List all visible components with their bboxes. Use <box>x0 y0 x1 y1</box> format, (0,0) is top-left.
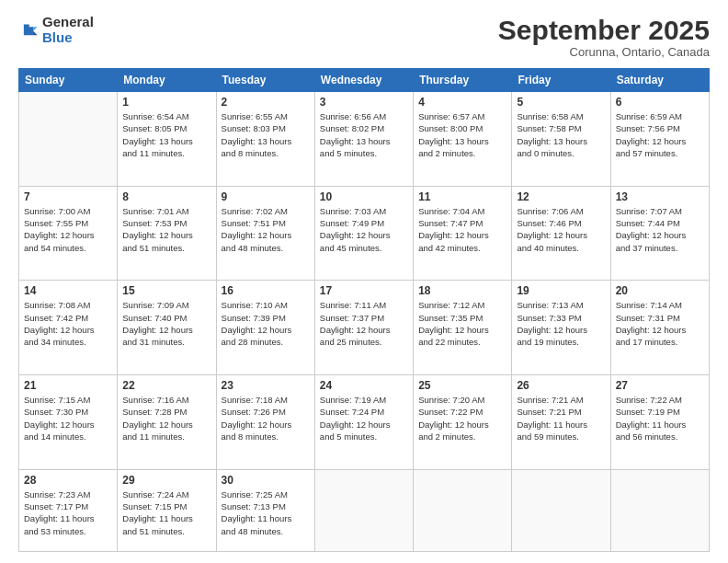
table-cell: 21Sunrise: 7:15 AM Sunset: 7:30 PM Dayli… <box>19 375 118 470</box>
day-number: 21 <box>24 379 112 392</box>
table-cell: 4Sunrise: 6:57 AM Sunset: 8:00 PM Daylig… <box>414 92 512 187</box>
day-info: Sunrise: 7:16 AM Sunset: 7:28 PM Dayligh… <box>122 394 210 442</box>
table-cell: 20Sunrise: 7:14 AM Sunset: 7:31 PM Dayli… <box>610 281 709 375</box>
location: Corunna, Ontario, Canada <box>498 45 710 59</box>
day-info: Sunrise: 6:59 AM Sunset: 7:56 PM Dayligh… <box>616 110 704 159</box>
day-info: Sunrise: 7:20 AM Sunset: 7:22 PM Dayligh… <box>418 394 506 442</box>
table-cell <box>512 469 610 551</box>
day-info: Sunrise: 7:07 AM Sunset: 7:44 PM Dayligh… <box>616 205 704 254</box>
table-cell: 18Sunrise: 7:12 AM Sunset: 7:35 PM Dayli… <box>414 281 512 375</box>
day-info: Sunrise: 7:11 AM Sunset: 7:37 PM Dayligh… <box>320 299 408 348</box>
table-cell: 5Sunrise: 6:58 AM Sunset: 7:58 PM Daylig… <box>512 92 610 187</box>
day-info: Sunrise: 6:55 AM Sunset: 8:03 PM Dayligh… <box>222 110 310 159</box>
col-sunday: Sunday <box>19 69 118 92</box>
day-number: 6 <box>616 96 704 109</box>
table-cell: 11Sunrise: 7:04 AM Sunset: 7:47 PM Dayli… <box>414 186 512 281</box>
table-cell: 16Sunrise: 7:10 AM Sunset: 7:39 PM Dayli… <box>216 281 314 375</box>
day-number: 14 <box>24 284 112 297</box>
day-info: Sunrise: 6:54 AM Sunset: 8:05 PM Dayligh… <box>122 110 210 159</box>
day-number: 29 <box>122 474 210 487</box>
day-info: Sunrise: 7:01 AM Sunset: 7:53 PM Dayligh… <box>122 205 210 254</box>
day-info: Sunrise: 7:12 AM Sunset: 7:35 PM Dayligh… <box>418 299 506 348</box>
logo-text: General Blue <box>42 15 94 45</box>
day-number: 20 <box>616 284 704 297</box>
day-number: 13 <box>616 190 704 203</box>
day-info: Sunrise: 7:02 AM Sunset: 7:51 PM Dayligh… <box>222 205 310 254</box>
table-cell: 14Sunrise: 7:08 AM Sunset: 7:42 PM Dayli… <box>19 281 118 375</box>
table-cell: 10Sunrise: 7:03 AM Sunset: 7:49 PM Dayli… <box>314 186 413 281</box>
day-number: 4 <box>418 96 506 109</box>
table-cell: 28Sunrise: 7:23 AM Sunset: 7:17 PM Dayli… <box>19 469 118 551</box>
day-number: 5 <box>517 96 605 109</box>
day-number: 10 <box>320 190 408 203</box>
day-number: 7 <box>24 190 112 203</box>
day-number: 22 <box>122 379 210 392</box>
table-cell: 15Sunrise: 7:09 AM Sunset: 7:40 PM Dayli… <box>118 281 216 375</box>
day-info: Sunrise: 7:03 AM Sunset: 7:49 PM Dayligh… <box>320 205 408 254</box>
day-info: Sunrise: 6:56 AM Sunset: 8:02 PM Dayligh… <box>320 110 408 159</box>
table-cell: 22Sunrise: 7:16 AM Sunset: 7:28 PM Dayli… <box>118 375 216 470</box>
day-info: Sunrise: 7:09 AM Sunset: 7:40 PM Dayligh… <box>122 299 210 348</box>
table-cell: 17Sunrise: 7:11 AM Sunset: 7:37 PM Dayli… <box>314 281 413 375</box>
day-number: 23 <box>222 379 310 392</box>
header: General Blue September 2025 Corunna, Ont… <box>18 15 710 59</box>
day-info: Sunrise: 7:21 AM Sunset: 7:21 PM Dayligh… <box>517 394 605 442</box>
col-saturday: Saturday <box>610 69 709 92</box>
day-info: Sunrise: 7:18 AM Sunset: 7:26 PM Dayligh… <box>222 394 310 442</box>
day-number: 25 <box>418 379 506 392</box>
table-cell: 13Sunrise: 7:07 AM Sunset: 7:44 PM Dayli… <box>610 186 709 281</box>
day-number: 27 <box>616 379 704 392</box>
day-info: Sunrise: 7:19 AM Sunset: 7:24 PM Dayligh… <box>320 394 408 442</box>
page: General Blue September 2025 Corunna, Ont… <box>0 0 728 563</box>
col-thursday: Thursday <box>414 69 512 92</box>
table-cell: 27Sunrise: 7:22 AM Sunset: 7:19 PM Dayli… <box>610 375 709 470</box>
day-number: 17 <box>320 284 408 297</box>
table-cell <box>610 469 709 551</box>
table-cell: 30Sunrise: 7:25 AM Sunset: 7:13 PM Dayli… <box>216 469 314 551</box>
table-cell: 7Sunrise: 7:00 AM Sunset: 7:55 PM Daylig… <box>19 186 118 281</box>
table-cell: 24Sunrise: 7:19 AM Sunset: 7:24 PM Dayli… <box>314 375 413 470</box>
day-info: Sunrise: 7:13 AM Sunset: 7:33 PM Dayligh… <box>517 299 605 348</box>
col-tuesday: Tuesday <box>216 69 314 92</box>
table-cell: 6Sunrise: 6:59 AM Sunset: 7:56 PM Daylig… <box>610 92 709 187</box>
day-number: 2 <box>222 96 310 109</box>
svg-marker-0 <box>24 24 33 35</box>
day-number: 30 <box>222 474 310 487</box>
day-number: 16 <box>222 284 310 297</box>
day-info: Sunrise: 7:25 AM Sunset: 7:13 PM Dayligh… <box>222 488 310 537</box>
col-wednesday: Wednesday <box>314 69 413 92</box>
table-cell: 12Sunrise: 7:06 AM Sunset: 7:46 PM Dayli… <box>512 186 610 281</box>
col-friday: Friday <box>512 69 610 92</box>
table-cell: 2Sunrise: 6:55 AM Sunset: 8:03 PM Daylig… <box>216 92 314 187</box>
day-info: Sunrise: 7:22 AM Sunset: 7:19 PM Dayligh… <box>616 394 704 442</box>
day-info: Sunrise: 7:08 AM Sunset: 7:42 PM Dayligh… <box>24 299 112 348</box>
day-number: 24 <box>320 379 408 392</box>
day-number: 3 <box>320 96 408 109</box>
day-info: Sunrise: 7:00 AM Sunset: 7:55 PM Dayligh… <box>24 205 112 254</box>
day-info: Sunrise: 7:15 AM Sunset: 7:30 PM Dayligh… <box>24 394 112 442</box>
day-number: 1 <box>122 96 210 109</box>
day-info: Sunrise: 7:24 AM Sunset: 7:15 PM Dayligh… <box>122 488 210 537</box>
day-number: 8 <box>122 190 210 203</box>
table-cell: 23Sunrise: 7:18 AM Sunset: 7:26 PM Dayli… <box>216 375 314 470</box>
day-info: Sunrise: 7:06 AM Sunset: 7:46 PM Dayligh… <box>517 205 605 254</box>
logo-general: General <box>42 14 94 29</box>
table-cell: 25Sunrise: 7:20 AM Sunset: 7:22 PM Dayli… <box>414 375 512 470</box>
day-number: 26 <box>517 379 605 392</box>
day-number: 9 <box>222 190 310 203</box>
logo-blue: Blue <box>42 29 73 45</box>
table-cell: 29Sunrise: 7:24 AM Sunset: 7:15 PM Dayli… <box>118 469 216 551</box>
svg-marker-2 <box>33 30 37 34</box>
table-cell <box>414 469 512 551</box>
day-info: Sunrise: 7:14 AM Sunset: 7:31 PM Dayligh… <box>616 299 704 348</box>
day-number: 11 <box>418 190 506 203</box>
table-cell: 9Sunrise: 7:02 AM Sunset: 7:51 PM Daylig… <box>216 186 314 281</box>
calendar-table: Sunday Monday Tuesday Wednesday Thursday… <box>18 68 710 552</box>
table-cell: 1Sunrise: 6:54 AM Sunset: 8:05 PM Daylig… <box>118 92 216 187</box>
table-cell: 26Sunrise: 7:21 AM Sunset: 7:21 PM Dayli… <box>512 375 610 470</box>
day-number: 18 <box>418 284 506 297</box>
logo: General Blue <box>18 15 94 45</box>
day-number: 12 <box>517 190 605 203</box>
table-cell: 19Sunrise: 7:13 AM Sunset: 7:33 PM Dayli… <box>512 281 610 375</box>
day-number: 19 <box>517 284 605 297</box>
